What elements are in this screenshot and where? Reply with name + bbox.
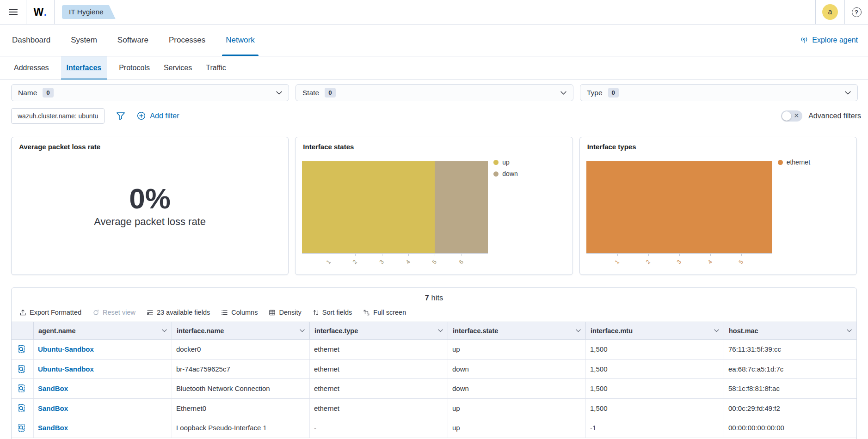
bar-segment-up[interactable] xyxy=(302,161,435,253)
axis-tick-label: 5 xyxy=(431,259,438,265)
columns-icon xyxy=(221,309,228,316)
panel-title: Interface states xyxy=(303,143,354,151)
app-logo[interactable]: W. xyxy=(26,6,54,18)
agent-name-link[interactable]: Ubuntu-Sandbox xyxy=(38,345,94,353)
chart-legend: ethernet xyxy=(778,159,810,166)
column-header-interface-mtu[interactable]: interface.mtu xyxy=(586,322,724,339)
cell-interface-name: br-74ac759625c7 xyxy=(172,360,310,379)
name-filter-select[interactable]: Name 0 xyxy=(11,84,289,101)
density-button[interactable]: Density xyxy=(269,309,301,316)
table-row: SandBox Loopback Pseudo-Interface 1 - up… xyxy=(12,418,856,438)
chart-ticks: 123456 xyxy=(302,254,488,273)
column-header-agent-name[interactable]: agent.name xyxy=(34,322,172,339)
axis-tick-mark xyxy=(679,254,680,256)
reset-view-label: Reset view xyxy=(103,309,135,316)
fullscreen-icon xyxy=(363,309,370,316)
inspect-document-button[interactable] xyxy=(12,379,34,398)
inspect-document-button[interactable] xyxy=(12,360,34,379)
column-header-host-mac[interactable]: host.mac xyxy=(724,322,856,339)
data-grid: agent.name interface.name interface.type… xyxy=(12,322,856,438)
agent-name-link[interactable]: SandBox xyxy=(38,384,68,392)
legend-dot-icon xyxy=(778,160,783,165)
reset-view-button[interactable]: Reset view xyxy=(92,309,135,316)
full-screen-button[interactable]: Full screen xyxy=(363,309,406,316)
axis-tick-label: 2 xyxy=(351,259,358,265)
axis-tick-mark xyxy=(462,254,462,256)
column-header-label: interface.type xyxy=(314,327,358,335)
inspect-document-button[interactable] xyxy=(12,418,34,438)
cell-interface-state: down xyxy=(448,360,586,379)
legend-dot-icon xyxy=(493,160,499,165)
columns-button[interactable]: Columns xyxy=(221,309,258,316)
bar-segment-down[interactable] xyxy=(435,161,488,253)
legend-item-up[interactable]: up xyxy=(493,159,517,166)
chevron-down-icon xyxy=(847,329,852,332)
state-filter-label: State xyxy=(302,89,319,97)
inspect-document-icon xyxy=(17,423,26,432)
cell-interface-type: ethernet xyxy=(310,379,448,398)
state-filter-select[interactable]: State 0 xyxy=(295,84,573,101)
axis-tick-label: 4 xyxy=(405,259,412,265)
available-fields-button[interactable]: 23 available fields xyxy=(147,309,210,316)
tab-system[interactable]: System xyxy=(71,24,97,56)
type-filter-count-badge: 0 xyxy=(608,88,619,98)
help-icon[interactable]: ? xyxy=(852,7,862,17)
metric-value: 0% xyxy=(129,184,171,213)
plus-circle-icon xyxy=(137,111,146,120)
subtab-addresses[interactable]: Addresses xyxy=(12,56,51,79)
column-header-interface-name[interactable]: interface.name xyxy=(172,322,310,339)
advanced-filters-toggle[interactable]: ✕ xyxy=(781,110,802,122)
explore-agent-button[interactable]: Explore agent xyxy=(800,24,858,56)
agent-name-link[interactable]: SandBox xyxy=(38,424,68,432)
chevron-down-icon xyxy=(276,91,282,95)
column-header-interface-type[interactable]: interface.type xyxy=(310,322,448,339)
cell-interface-state: down xyxy=(448,379,586,398)
subtab-services[interactable]: Services xyxy=(162,56,194,79)
grid-header-control-column xyxy=(12,322,34,339)
agent-name-link[interactable]: SandBox xyxy=(38,404,68,412)
sort-fields-button[interactable]: Sort fields xyxy=(313,309,352,316)
subtab-traffic[interactable]: Traffic xyxy=(204,56,228,79)
filter-pill[interactable]: wazuh.cluster.name: ubuntu xyxy=(11,108,105,124)
inspect-document-icon xyxy=(17,404,26,413)
axis-tick-mark xyxy=(408,254,409,256)
tab-software[interactable]: Software xyxy=(117,24,148,56)
subtab-protocols[interactable]: Protocols xyxy=(117,56,152,79)
agent-name-link[interactable]: Ubuntu-Sandbox xyxy=(38,365,94,373)
inspect-document-button[interactable] xyxy=(12,340,34,359)
export-formatted-button[interactable]: Export Formatted xyxy=(19,309,81,316)
axis-tick-mark xyxy=(710,254,711,256)
breadcrumb[interactable]: IT Hygiene xyxy=(62,5,116,19)
bar-segment-ethernet[interactable] xyxy=(586,161,772,253)
legend-item-ethernet[interactable]: ethernet xyxy=(778,159,810,166)
cell-agent-name: SandBox xyxy=(34,399,172,418)
table-row: Ubuntu-Sandbox docker0 ethernet up 1,500… xyxy=(12,340,856,360)
axis-tick-mark xyxy=(617,254,618,256)
tab-network[interactable]: Network xyxy=(226,24,254,56)
chevron-down-icon xyxy=(714,329,719,332)
logo-text: W xyxy=(33,6,43,18)
column-header-label: agent.name xyxy=(38,327,76,335)
legend-label: ethernet xyxy=(787,159,810,166)
panel-title: Interface types xyxy=(587,143,636,151)
add-filter-button[interactable]: Add filter xyxy=(137,111,179,120)
avatar[interactable]: a xyxy=(822,4,838,20)
column-header-interface-state[interactable]: interface.state xyxy=(448,322,586,339)
results-panel: 7 hits Export Formatted Reset view xyxy=(11,287,857,439)
filter-funnel-icon[interactable] xyxy=(116,111,125,121)
inspect-document-button[interactable] xyxy=(12,399,34,418)
legend-item-down[interactable]: down xyxy=(493,170,517,177)
hits-count-line: 7 hits xyxy=(12,293,856,302)
axis-tick-label: 5 xyxy=(737,259,744,265)
subtab-interfaces[interactable]: Interfaces xyxy=(61,56,107,79)
axis-tick-mark xyxy=(355,254,356,256)
tab-dashboard[interactable]: Dashboard xyxy=(12,24,50,56)
tab-processes[interactable]: Processes xyxy=(169,24,205,56)
cell-agent-name: Ubuntu-Sandbox xyxy=(34,340,172,359)
type-filter-select[interactable]: Type 0 xyxy=(580,84,858,101)
axis-tick-mark xyxy=(329,254,329,256)
grid-toolbar: Export Formatted Reset view 23 available… xyxy=(19,309,856,316)
menu-button[interactable] xyxy=(0,0,26,24)
cell-host-mac: ea:68:7c:a5:1d:7c xyxy=(724,360,856,379)
chart-panel-interface-types: Interface types 12345 ethernet xyxy=(579,137,857,275)
